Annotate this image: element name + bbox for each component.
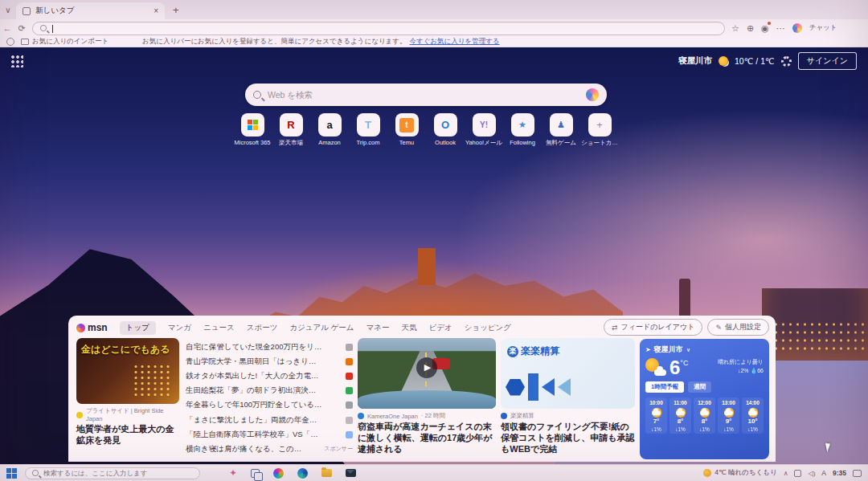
copilot-chat-label[interactable]: チャット (809, 23, 837, 33)
new-tab-button[interactable]: + (173, 4, 179, 16)
favorites-star-icon[interactable]: ☆ (731, 23, 739, 34)
nav-video[interactable]: ビデオ (429, 323, 452, 333)
current-temp: 6 (669, 358, 680, 377)
weather-widget[interactable]: ➤ 寝屋川市 ∨ 6 °C 晴れ所により曇り ↓2% 💧66 1時間予報 週間 … (640, 339, 769, 459)
headline[interactable]: 窃盗車両が高速カーチェイスの末に激しく横転、運転の17歳少年が逮捕される (358, 422, 496, 455)
tab-weekly-forecast[interactable]: 週間 (688, 381, 711, 393)
nav-money[interactable]: マネー (366, 323, 390, 333)
taskbar-search-input[interactable] (43, 469, 194, 477)
nav-shopping[interactable]: ショッピング (465, 323, 511, 333)
list-item[interactable]: 鉄オタが本気出した!「大人の全力電… (186, 369, 353, 383)
temp-unit: °C (680, 359, 688, 367)
list-item-sponsored[interactable]: 横向き寝は肩が痛くなる、この… スポンサー (186, 442, 353, 456)
nav-news[interactable]: ニュース (203, 323, 235, 333)
collections-icon[interactable]: ⊕ (747, 23, 754, 34)
nav-casual-games[interactable]: カジュアル ゲーム (289, 323, 354, 333)
msn-logo[interactable]: msn (76, 322, 108, 333)
quicklink-free-games[interactable]: ♟ 無料ゲーム (543, 113, 579, 147)
list-item[interactable]: 生田絵梨花「夢」の朝ドラ初出演決… (186, 384, 353, 398)
feed-layout-button[interactable]: ⇄ フィードのレイアウト (604, 319, 702, 336)
app-launcher-icon[interactable] (10, 55, 23, 67)
quicklink-outlook[interactable]: O Outlook (428, 113, 463, 147)
manage-favorites-link[interactable]: 今すぐお気に入りを管理する (409, 37, 499, 47)
volume-icon[interactable]: ◁) (808, 470, 815, 477)
taskbar-search[interactable] (25, 467, 200, 479)
mail-icon[interactable] (346, 469, 356, 477)
tab-actions-chevron-icon[interactable]: ∨ (0, 6, 16, 14)
quick-links-row: Microsoft 365 R 楽天市場 a Amazon T Trip.com… (235, 113, 617, 147)
list-item[interactable]: 年金暮らしで年100万円貯金している… (186, 398, 353, 413)
news-card-ad[interactable]: 楽 楽楽精算 楽楽精算 領収書のファイリング不要!紙の保管コストを削減し、申請も… (501, 338, 635, 455)
list-item[interactable]: 「陸上自衛隊高等工科学校卒」VS「… (186, 427, 353, 442)
task-view-icon[interactable] (251, 469, 260, 478)
ime-indicator[interactable]: A (821, 469, 826, 477)
weather-location[interactable]: 寝屋川市 (654, 344, 683, 355)
hourly-forecast-row: 10:00 7° ↓1% 11:00 8° ↓1% 12:00 8° ↓1% (645, 397, 764, 434)
quicklink-tripcom[interactable]: T Trip.com (350, 113, 386, 147)
hour-cell[interactable]: 12:00 8° ↓1% (694, 397, 715, 434)
browser-essentials-icon[interactable] (6, 38, 14, 46)
copilot-icon[interactable] (792, 23, 802, 33)
quicklink-rakuten[interactable]: R 楽天市場 (273, 113, 309, 147)
favorites-import-button[interactable]: お気に入りのインポート (21, 37, 108, 47)
headline[interactable]: 地質学者が史上最大の金鉱床を発見 (76, 424, 179, 446)
quicklink-add-shortcut[interactable]: + ショートカ… (582, 113, 617, 147)
browser-tab[interactable]: 新しいタブ × (16, 2, 165, 19)
nav-manga[interactable]: マンガ (168, 323, 191, 333)
play-button[interactable]: ▶ (416, 357, 437, 378)
hour-cell[interactable]: 10:00 7° ↓1% (645, 397, 667, 434)
taskbar-weather[interactable]: 4℃ 晴れのちくもり (703, 468, 776, 478)
yahoo-mail-icon: Y! (473, 113, 496, 137)
start-button[interactable] (6, 468, 17, 479)
nav-top[interactable]: トップ (120, 321, 156, 335)
nav-sports[interactable]: スポーツ (247, 323, 278, 333)
signin-button[interactable]: サインイン (798, 52, 857, 70)
clock[interactable]: 9:35 (833, 469, 846, 477)
quicklink-microsoft365[interactable]: Microsoft 365 (235, 113, 270, 147)
news-card-gold[interactable]: 金はどこにでもある ブライトサイド | Bright Side Japan 地質… (76, 338, 179, 446)
list-item[interactable]: 「まさに撃沈しました」両親の年金… (186, 413, 353, 427)
news-card-video[interactable]: ▶ KameraOne Japan · 22 時間 窃盗車両が高速カーチェイスの… (358, 338, 496, 455)
tray-chevron-icon[interactable]: ∧ (784, 470, 788, 477)
gold-card-image[interactable]: 金はどこにでもある (76, 338, 179, 404)
temu-icon: t (395, 113, 419, 137)
hour-cell[interactable]: 11:00 8° ↓1% (669, 397, 691, 434)
address-bar[interactable] (32, 22, 725, 35)
notification-center-icon[interactable] (853, 470, 862, 477)
outlook-icon: O (434, 113, 457, 137)
nav-weather[interactable]: 天気 (402, 323, 417, 333)
tray-icon[interactable] (794, 470, 801, 477)
search-input[interactable] (268, 90, 586, 100)
headline[interactable]: 領収書のファイリング不要!紙の保管コストを削減し、申請も承認もWEBで完結 (501, 422, 635, 455)
address-input[interactable] (54, 24, 718, 33)
edge-icon[interactable] (297, 468, 308, 479)
quicklink-amazon[interactable]: a Amazon (312, 113, 347, 147)
header-city[interactable]: 寝屋川市 (678, 55, 712, 67)
refresh-icon[interactable]: ⟳ (14, 23, 29, 34)
back-icon[interactable]: ← (0, 23, 14, 33)
file-explorer-icon[interactable] (321, 469, 332, 477)
amazon-icon: a (318, 113, 342, 137)
ad-image[interactable]: 楽 楽楽精算 (501, 338, 635, 409)
copilot-app-icon[interactable] (273, 468, 284, 479)
settings-gear-icon[interactable] (781, 56, 792, 67)
more-menu-icon[interactable]: ⋯ (776, 23, 785, 34)
hour-cell[interactable]: 14:00 10° ↓1% (742, 397, 764, 434)
quicklink-yahoo-mail[interactable]: Y! Yahoo!メール (466, 113, 502, 147)
web-search-box[interactable] (245, 84, 607, 106)
tab-close-icon[interactable]: × (154, 6, 158, 15)
hour-cell[interactable]: 13:00 9° ↓1% (718, 397, 739, 434)
copilot-sparkle-icon[interactable]: ✦ (229, 467, 237, 479)
profile-avatar[interactable]: ◉ (761, 23, 769, 34)
list-item[interactable]: 自宅に保管していた現金200万円をリ… (186, 340, 353, 354)
quicklink-following[interactable]: ★ Following (505, 113, 540, 147)
sliders-icon: ⇄ (612, 324, 618, 332)
personalize-button[interactable]: ✎ 個人用設定 (707, 319, 769, 336)
tab-hourly-forecast[interactable]: 1時間予報 (645, 381, 684, 393)
list-item[interactable]: 青山学院大学・黒田朝日「はっきり… (186, 354, 353, 369)
copilot-search-icon[interactable] (586, 88, 599, 101)
chevron-down-icon[interactable]: ∨ (686, 347, 691, 353)
video-thumbnail[interactable]: ▶ (358, 338, 496, 409)
header-temp-range[interactable]: 10℃ / 1℃ (735, 56, 775, 66)
quicklink-temu[interactable]: t Temu (389, 113, 424, 147)
